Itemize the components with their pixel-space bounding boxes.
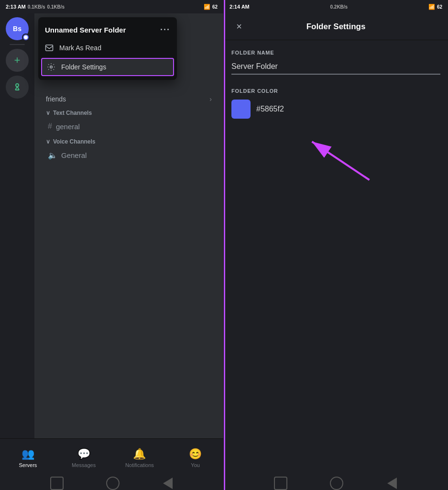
main-content-left: Bs + Unnamed Server Folder ··	[0, 13, 223, 438]
left-status-bar: 2:13 AM 0.1KB/s 0.1KB/s 📶 62	[0, 0, 223, 13]
folder-color-label: FOLDER COLOR	[231, 88, 440, 94]
sidebar: Bs +	[0, 13, 34, 438]
right-status-bar: 2:14 AM 0.2KB/s 📶 62	[224, 0, 448, 13]
right-header: × Folder Settings	[224, 13, 448, 40]
mark-as-read-item[interactable]: Mark As Read	[38, 39, 177, 57]
nav-messages-label: Messages	[72, 462, 96, 468]
folder-settings-label: Folder Settings	[61, 63, 106, 71]
color-row: #5865f2	[231, 100, 440, 119]
nav-item-messages[interactable]: 💬 Messages	[56, 448, 112, 468]
nav-item-notifications[interactable]: 🔔 Notifications	[112, 448, 168, 468]
sidebar-divider	[10, 44, 25, 45]
network-speed-left: 0.1KB/s	[47, 4, 65, 10]
folder-settings-item[interactable]: Folder Settings	[41, 58, 174, 76]
text-channels-label: Text Channels	[53, 110, 92, 116]
close-button[interactable]: ×	[231, 19, 247, 34]
sys-square-btn-right[interactable]	[274, 477, 287, 490]
speaker-icon: 🔈	[48, 151, 57, 160]
nav-notifications-label: Notifications	[125, 462, 154, 468]
sys-circle-btn-left[interactable]	[106, 477, 120, 490]
color-swatch[interactable]	[231, 100, 251, 119]
hash-icon: #	[48, 122, 52, 131]
left-sys-nav	[0, 477, 223, 490]
battery-left: 62	[212, 4, 218, 10]
explore-servers-button[interactable]	[6, 76, 29, 99]
arrow-svg	[231, 132, 440, 189]
sys-back-btn-right[interactable]	[387, 478, 397, 489]
right-panel: 2:14 AM 0.2KB/s 📶 62 × Folder Settings F…	[224, 0, 448, 490]
battery-right: 62	[437, 4, 442, 10]
left-panel: 2:13 AM 0.1KB/s 0.1KB/s 📶 62 Bs +	[0, 0, 224, 490]
gear-icon	[47, 63, 55, 71]
svg-point-3	[50, 66, 53, 68]
folder-name-label: FOLDER NAME	[231, 50, 440, 56]
right-sys-nav	[224, 477, 448, 490]
nav-servers-label: Servers	[19, 462, 37, 468]
channel-area: Unnamed Server Folder ··· Mark As Read	[34, 13, 223, 438]
voice-channel-general[interactable]: 🔈 General	[42, 148, 216, 163]
avatar-badge	[22, 33, 30, 41]
voice-channel-general-label: General	[61, 151, 87, 159]
svg-point-0	[24, 35, 28, 39]
add-server-button[interactable]: +	[6, 49, 29, 72]
voice-channels-label: Voice Channels	[53, 138, 95, 145]
bottom-nav: 👥 Servers 💬 Messages 🔔 Notifications 😊 Y…	[0, 438, 223, 477]
network-left: 0.1KB/s	[28, 4, 45, 10]
network-right: 0.2KB/s	[330, 4, 348, 10]
folder-arrow-icon: ›	[209, 95, 212, 103]
messages-icon: 💬	[77, 448, 90, 460]
text-channels-header[interactable]: ∨ Text Channels	[38, 106, 219, 118]
nav-you-label: You	[191, 462, 200, 468]
signal-icon-right: 📶	[428, 4, 435, 10]
nav-item-servers[interactable]: 👥 Servers	[0, 448, 56, 468]
sys-square-btn-left[interactable]	[50, 477, 64, 490]
dropdown-header: Unnamed Server Folder ···	[38, 20, 177, 39]
friends-label: friends	[46, 95, 66, 103]
nav-item-you[interactable]: 😊 You	[167, 448, 223, 468]
channel-general-label: general	[56, 122, 80, 131]
color-hex-value: #5865f2	[256, 105, 284, 113]
channel-general[interactable]: # general	[42, 119, 216, 134]
folder-name-section: FOLDER NAME	[231, 50, 440, 75]
arrow-path	[312, 142, 370, 180]
chevron-down-voice-icon: ∨	[46, 138, 50, 145]
time-left: 2:13 AM	[6, 4, 26, 10]
chevron-down-icon: ∨	[46, 110, 50, 116]
you-icon: 😊	[189, 448, 202, 460]
dropdown-title: Unnamed Server Folder	[45, 26, 126, 34]
right-body: FOLDER NAME FOLDER COLOR #5865f2	[224, 40, 448, 477]
avatar-initials: Bs	[13, 25, 22, 33]
svg-point-1	[16, 84, 19, 87]
folder-name-input[interactable]	[231, 59, 440, 75]
svg-rect-2	[46, 45, 53, 51]
folder-color-section: FOLDER COLOR #5865f2	[231, 88, 440, 119]
servers-icon: 👥	[22, 448, 34, 460]
time-right: 2:14 AM	[229, 4, 250, 10]
server-avatar[interactable]: Bs	[6, 17, 29, 40]
status-icons-right: 📶 62	[428, 4, 442, 10]
channel-list-container: friends › ∨ Text Channels # general ∨ Vo…	[34, 92, 223, 164]
mail-icon	[45, 44, 54, 52]
folder-settings-title: Folder Settings	[247, 22, 425, 32]
dropdown-popup: Unnamed Server Folder ··· Mark As Read	[38, 17, 177, 80]
status-icons-left: 📶 62	[204, 4, 218, 10]
voice-channels-header[interactable]: ∨ Voice Channels	[38, 134, 219, 147]
sys-circle-btn-right[interactable]	[330, 477, 343, 490]
sys-back-btn-left[interactable]	[163, 478, 173, 489]
status-time-left: 2:13 AM 0.1KB/s 0.1KB/s	[6, 4, 65, 10]
close-icon: ×	[236, 21, 242, 32]
signal-icon: 📶	[204, 4, 210, 10]
mark-read-label: Mark As Read	[59, 44, 101, 52]
dropdown-dots-button[interactable]: ···	[160, 25, 170, 35]
arrow-annotation	[231, 132, 440, 189]
bell-icon: 🔔	[133, 448, 146, 460]
friends-row[interactable]: friends ›	[38, 92, 219, 106]
